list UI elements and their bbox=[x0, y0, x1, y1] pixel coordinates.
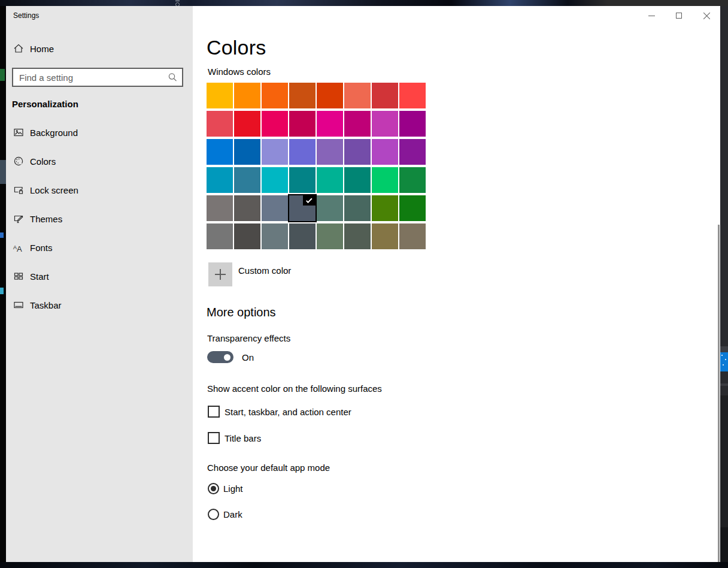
color-swatch-8e8cd8[interactable] bbox=[262, 139, 288, 165]
sidebar-item-home[interactable]: Home bbox=[6, 38, 193, 59]
window-caption-controls bbox=[638, 6, 720, 25]
sidebar-item-themes[interactable]: Themes bbox=[6, 208, 193, 229]
scrollbar-thumb[interactable] bbox=[718, 225, 720, 562]
radio-label: Light bbox=[223, 484, 243, 494]
color-swatch-10893e[interactable] bbox=[399, 167, 426, 193]
color-swatch-4c4a48[interactable] bbox=[234, 223, 260, 249]
sidebar-item-label: Themes bbox=[30, 214, 62, 224]
color-swatch-8764b8[interactable] bbox=[317, 139, 343, 165]
sidebar-section-header: Personalization bbox=[12, 99, 78, 109]
desktop-screen: Settings Home Personalization Background bbox=[0, 0, 728, 568]
radio-row-dark[interactable]: Dark bbox=[208, 509, 242, 520]
color-swatch-525e54[interactable] bbox=[344, 223, 371, 249]
sidebar-item-colors[interactable]: Colors bbox=[6, 150, 193, 172]
color-swatch-00cc6a[interactable] bbox=[372, 167, 398, 193]
color-swatch-515c6b[interactable] bbox=[289, 195, 316, 221]
color-swatch-881798[interactable] bbox=[399, 139, 426, 165]
checkbox-row[interactable]: Title bars bbox=[208, 432, 261, 444]
transparency-state: On bbox=[242, 352, 254, 362]
color-swatch-486860[interactable] bbox=[344, 195, 371, 221]
fonts-icon: AA bbox=[13, 242, 24, 253]
background-window-edge bbox=[720, 6, 728, 562]
search-box bbox=[12, 68, 183, 87]
sidebar-item-start[interactable]: Start bbox=[6, 265, 193, 287]
color-swatch-0063b1[interactable] bbox=[234, 139, 260, 165]
color-swatch-647c64[interactable] bbox=[317, 223, 343, 249]
color-swatch-d13438[interactable] bbox=[372, 83, 398, 108]
color-swatch-847545[interactable] bbox=[372, 223, 398, 249]
color-swatch-018574[interactable] bbox=[344, 167, 371, 193]
color-swatch-e81123[interactable] bbox=[234, 111, 260, 137]
color-swatch-da3b01[interactable] bbox=[317, 83, 343, 108]
lockscreen-icon bbox=[13, 185, 24, 195]
sidebar-item-background[interactable]: Background bbox=[6, 122, 193, 143]
sidebar-item-lock-screen[interactable]: Lock screen bbox=[6, 179, 193, 201]
accent-surfaces-label: Show accent color on the following surfa… bbox=[207, 383, 382, 394]
app-mode-label: Choose your default app mode bbox=[207, 463, 330, 473]
color-swatch-9a0089[interactable] bbox=[399, 111, 426, 137]
sidebar-item-fonts[interactable]: AAFonts bbox=[6, 237, 193, 258]
transparency-toggle[interactable] bbox=[207, 351, 233, 363]
color-swatch-c30052[interactable] bbox=[289, 111, 316, 137]
color-swatch-744da9[interactable] bbox=[344, 139, 371, 165]
radio-row-light[interactable]: Light bbox=[208, 483, 243, 494]
color-swatch-0099bc[interactable] bbox=[207, 167, 233, 193]
close-button[interactable] bbox=[693, 6, 720, 25]
color-swatch-0078d7[interactable] bbox=[207, 139, 233, 165]
color-swatch-e74856[interactable] bbox=[207, 111, 233, 137]
maximize-icon bbox=[676, 13, 682, 19]
color-swatch-7a7574[interactable] bbox=[207, 195, 233, 221]
color-swatch-f7630c[interactable] bbox=[262, 83, 288, 108]
themes-icon bbox=[13, 213, 24, 224]
search-icon[interactable] bbox=[167, 72, 178, 83]
selected-check-icon bbox=[303, 195, 316, 206]
color-swatch-bf0077[interactable] bbox=[344, 111, 371, 137]
color-swatch-498205[interactable] bbox=[372, 195, 398, 221]
color-swatch-567c73[interactable] bbox=[317, 195, 343, 221]
color-swatch-ff4343[interactable] bbox=[399, 83, 426, 108]
checkbox-label: Start, taskbar, and action center bbox=[225, 407, 351, 417]
color-swatch-00b7c3[interactable] bbox=[262, 167, 288, 193]
color-swatch-b146c2[interactable] bbox=[372, 139, 398, 165]
background-window-band bbox=[720, 395, 728, 527]
radio-button[interactable] bbox=[208, 483, 219, 494]
picture-icon bbox=[13, 127, 24, 138]
color-swatch-e3008c[interactable] bbox=[317, 111, 343, 137]
desktop-edge-bottom bbox=[0, 562, 728, 568]
checkbox-row[interactable]: Start, taskbar, and action center bbox=[208, 406, 351, 418]
desktop-fragment bbox=[0, 160, 6, 184]
color-swatch-ffb900[interactable] bbox=[207, 83, 233, 108]
color-swatch-ea005e[interactable] bbox=[262, 111, 288, 137]
color-swatch-68768a[interactable] bbox=[262, 195, 288, 221]
color-swatch-ca5010[interactable] bbox=[289, 83, 316, 108]
color-swatch-4a5459[interactable] bbox=[289, 223, 316, 249]
sidebar-item-label: Lock screen bbox=[30, 185, 78, 195]
color-swatch-5d5a58[interactable] bbox=[234, 195, 260, 221]
minimize-icon bbox=[648, 16, 655, 16]
search-input[interactable] bbox=[13, 69, 182, 86]
color-swatch-107c10[interactable] bbox=[399, 195, 426, 221]
checkbox-label: Title bars bbox=[225, 433, 261, 443]
color-swatch-00b294[interactable] bbox=[317, 167, 343, 193]
sidebar-item-taskbar[interactable]: Taskbar bbox=[6, 294, 193, 316]
color-swatch-767676[interactable] bbox=[207, 223, 233, 249]
maximize-button[interactable] bbox=[665, 6, 693, 25]
color-swatch-ff8c00[interactable] bbox=[234, 83, 260, 108]
color-swatch-c239b3[interactable] bbox=[372, 111, 398, 137]
color-swatch-ef6950[interactable] bbox=[344, 83, 371, 108]
color-swatch-7e735f[interactable] bbox=[399, 223, 426, 249]
color-swatch-038387[interactable] bbox=[289, 167, 316, 193]
color-swatch-6b69d6[interactable] bbox=[289, 139, 316, 165]
checkbox[interactable] bbox=[208, 432, 220, 444]
transparency-label: Transparency effects bbox=[207, 333, 290, 343]
background-window-blue-block bbox=[720, 352, 728, 371]
minimize-button[interactable] bbox=[638, 6, 665, 25]
custom-color-button[interactable] bbox=[208, 262, 232, 286]
background-window-icon bbox=[175, 1, 180, 5]
radio-button[interactable] bbox=[208, 509, 219, 520]
sidebar-item-label: Background bbox=[30, 128, 78, 138]
background-window-band bbox=[720, 527, 728, 562]
color-swatch-2d7d9a[interactable] bbox=[234, 167, 260, 193]
checkbox[interactable] bbox=[208, 406, 220, 418]
color-swatch-69797e[interactable] bbox=[262, 223, 288, 249]
